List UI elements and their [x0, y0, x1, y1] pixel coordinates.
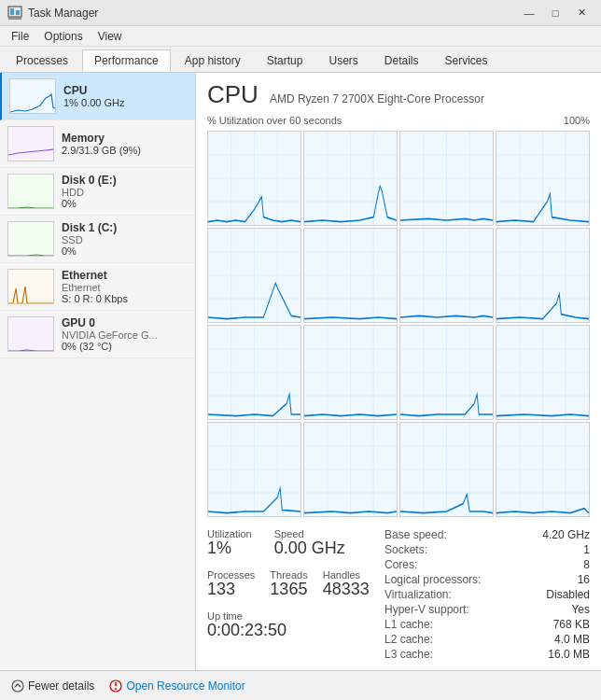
tab-app-history[interactable]: App history [173, 49, 253, 72]
disk0-val: 0% [62, 198, 188, 209]
svg-rect-1 [10, 8, 14, 15]
svg-rect-7 [8, 222, 54, 257]
processes-label: Processes [207, 569, 255, 581]
spec-hyperv-label: Hyper-V support: [384, 603, 496, 616]
disk1-val: 0% [62, 245, 188, 257]
processes-stat: Processes 133 [207, 569, 255, 599]
cpu-value: 1% 0.00 GHz [63, 97, 188, 108]
memory-value: 2.9/31.9 GB (9%) [62, 145, 188, 156]
maximize-button[interactable]: □ [543, 4, 567, 22]
spec-virtualization: Virtualization: Disabled [384, 588, 590, 601]
tab-users[interactable]: Users [316, 49, 370, 72]
svg-rect-5 [8, 127, 54, 161]
cpu-core-4 [207, 228, 301, 323]
cpu-detail-panel: CPU AMD Ryzen 7 2700X Eight-Core Process… [196, 73, 601, 670]
spec-l2-value: 4.0 MB [554, 633, 590, 646]
resource-monitor-icon [109, 679, 122, 693]
svg-rect-2 [16, 10, 20, 15]
ethernet-thumbnail [7, 269, 54, 304]
disk1-name: Disk 1 (C:) [62, 221, 188, 234]
tab-startup[interactable]: Startup [255, 49, 315, 72]
handles-stat: Handles 48333 [323, 569, 370, 599]
cpu-info: CPU 1% 0.00 GHz [63, 84, 188, 108]
stats-left: Utilization 1% Speed 0.00 GHz Processes … [207, 528, 384, 663]
utilization-stat: Utilization 1% [207, 528, 252, 558]
spec-logical-label: Logical processors: [384, 573, 496, 586]
uptime-stat: Up time 0:00:23:50 [207, 610, 384, 640]
sidebar-item-gpu[interactable]: GPU 0 NVIDIA GeForce G... 0% (32 °C) [0, 311, 195, 358]
spec-sockets-label: Sockets: [384, 543, 496, 556]
disk0-name: Disk 0 (E:) [62, 174, 188, 187]
spec-l3-label: L3 cache: [384, 648, 496, 661]
cpu-subtitle: AMD Ryzen 7 2700X Eight-Core Processor [270, 92, 484, 105]
spec-hyperv: Hyper-V support: Yes [384, 603, 590, 616]
spec-l1-value: 768 KB [553, 618, 590, 631]
memory-thumbnail [7, 126, 54, 161]
window-title: Task Manager [28, 7, 98, 20]
svg-rect-9 [8, 317, 54, 352]
sidebar-item-memory[interactable]: Memory 2.9/31.9 GB (9%) [0, 120, 195, 168]
speed-stat: Speed 0.00 GHz [274, 528, 345, 558]
tab-services[interactable]: Services [433, 49, 500, 72]
ethernet-val: S: 0 R: 0 Kbps [62, 293, 188, 304]
disk0-sub: HDD [62, 187, 188, 198]
disk1-info: Disk 1 (C:) SSD 0% [62, 221, 188, 257]
cpu-core-14 [399, 422, 494, 517]
tab-processes[interactable]: Processes [4, 49, 80, 72]
spec-cores: Cores: 8 [384, 558, 590, 571]
sidebar: CPU 1% 0.00 GHz Memory 2.9/31.9 GB (9%) [0, 73, 196, 670]
fewer-details-icon [11, 679, 24, 693]
spec-cores-value: 8 [583, 558, 590, 571]
disk0-info: Disk 0 (E:) HDD 0% [62, 174, 188, 209]
menu-options[interactable]: Options [36, 28, 90, 45]
window-controls: — □ ✕ [517, 4, 594, 22]
cpu-core-15 [496, 422, 590, 517]
utilization-value: 1% [207, 539, 252, 558]
title-bar: Task Manager — □ ✕ [0, 0, 601, 26]
ethernet-sub: Ethernet [62, 282, 188, 293]
disk0-thumbnail [7, 174, 54, 209]
spec-virtualization-value: Disabled [546, 588, 590, 601]
chart-label: % Utilization over 60 seconds [207, 115, 342, 126]
sidebar-item-disk1[interactable]: Disk 1 (C:) SSD 0% [0, 216, 195, 263]
sidebar-item-cpu[interactable]: CPU 1% 0.00 GHz [0, 73, 195, 120]
spec-l2-label: L2 cache: [384, 633, 496, 646]
cpu-core-12 [207, 422, 301, 517]
minimize-button[interactable]: — [517, 4, 541, 22]
spec-basespeed-label: Base speed: [384, 528, 496, 541]
handles-label: Handles [323, 569, 370, 581]
disk1-thumbnail [7, 221, 54, 257]
close-button[interactable]: ✕ [569, 4, 594, 22]
menu-file[interactable]: File [4, 28, 36, 45]
cpu-core-13 [303, 422, 398, 517]
resource-monitor-label: Open Resource Monitor [126, 679, 245, 693]
memory-name: Memory [62, 132, 188, 145]
cpu-core-9 [303, 325, 398, 420]
ethernet-name: Ethernet [62, 269, 188, 282]
spec-l1-label: L1 cache: [384, 618, 496, 631]
spec-logical: Logical processors: 16 [384, 573, 590, 586]
cpu-charts-grid [207, 131, 590, 517]
spec-sockets: Sockets: 1 [384, 543, 590, 556]
main-content: CPU 1% 0.00 GHz Memory 2.9/31.9 GB (9%) [0, 73, 601, 670]
content-header: CPU AMD Ryzen 7 2700X Eight-Core Process… [207, 80, 590, 109]
tab-details[interactable]: Details [372, 49, 431, 72]
open-resource-monitor-link[interactable]: Open Resource Monitor [109, 679, 245, 693]
processes-value: 133 [207, 581, 255, 599]
cpu-core-1 [303, 131, 398, 226]
sidebar-item-disk0[interactable]: Disk 0 (E:) HDD 0% [0, 168, 195, 216]
cpu-core-7 [496, 228, 590, 323]
spec-sockets-value: 1 [583, 543, 590, 556]
stats-section: Utilization 1% Speed 0.00 GHz Processes … [207, 528, 590, 663]
handles-value: 48333 [323, 581, 370, 599]
spec-basespeed: Base speed: 4.20 GHz [384, 528, 590, 541]
spec-l3: L3 cache: 16.0 MB [384, 648, 590, 661]
tab-performance[interactable]: Performance [82, 49, 171, 72]
fewer-details-button[interactable]: Fewer details [11, 679, 94, 693]
spec-logical-value: 16 [578, 573, 590, 586]
cpu-thumbnail [9, 78, 56, 114]
sidebar-item-ethernet[interactable]: Ethernet Ethernet S: 0 R: 0 Kbps [0, 263, 195, 311]
spec-basespeed-value: 4.20 GHz [542, 528, 590, 541]
menu-view[interactable]: View [91, 28, 130, 45]
specs-panel: Base speed: 4.20 GHz Sockets: 1 Cores: 8… [384, 528, 590, 663]
